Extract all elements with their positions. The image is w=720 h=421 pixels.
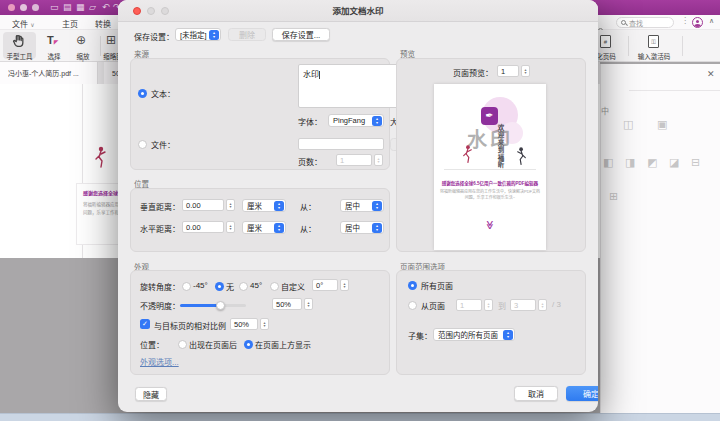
align-icon[interactable]: ◨ [625,156,635,169]
more-options-icon[interactable]: ⋮ [681,16,689,25]
horizontal-distance-label: 水平距离： [140,223,180,234]
new-document-icon[interactable]: ▱ [89,1,96,14]
rotate-custom-label: 自定义 [281,281,305,292]
window-bottom-edge [0,413,720,421]
from-value: 居中 [345,200,360,211]
search-input[interactable]: 查找 [616,17,674,28]
all-pages-radio[interactable] [408,281,417,290]
preview-welcome-title: 感谢您选择全球6.5亿用户一致信赖的PDF编辑器 [437,180,543,186]
tab-1-label: 冯小惠-个人简历.pdf ... [8,68,79,78]
activation-code-label: 输入激活码 [632,51,676,61]
menu-file[interactable]: 文件 ∨ [12,18,35,29]
align-icon[interactable]: ◫ [623,118,633,131]
relative-scale-label: 与目标页的相对比例 [154,320,226,331]
foxit-app-icon: ✒ [481,107,498,125]
page-preview-label: 页面预览： [453,67,493,78]
vertical-from-popup[interactable]: 居中 [340,199,384,212]
search-icon [621,20,626,25]
account-avatar[interactable] [692,17,703,28]
above-page-radio[interactable] [244,340,253,349]
page-preview-stepper[interactable] [521,65,530,77]
total-pages-label: / 3 [552,300,561,309]
rotate-custom-radio[interactable] [270,282,279,291]
popup-caret-icon [209,30,219,40]
page-number-icon[interactable]: # [600,35,611,48]
vertical-unit-popup[interactable]: 厘米 [242,199,286,212]
rotate-neg45-radio[interactable] [182,282,191,291]
from-page-radio[interactable] [408,301,417,310]
vertical-distance-stepper[interactable] [226,199,235,211]
horizontal-distance-stepper[interactable] [226,221,235,233]
opacity-slider-fill [180,304,220,307]
collapse-ribbon-icon[interactable]: ∧ [709,17,714,25]
popup-caret-icon [503,330,513,340]
activation-code-icon[interactable]: ⚿ [648,35,659,48]
preset-popup[interactable]: [未指定] [175,28,221,41]
rotation-label: 旋转角度： [140,281,180,292]
font-popup[interactable]: PingFang [328,114,384,127]
behind-page-radio[interactable] [178,340,187,349]
relative-scale-field[interactable]: 50% [230,318,258,330]
align-icon[interactable]: ◪ [669,156,679,169]
pages-stepper [374,154,383,166]
print-icon[interactable]: ▦ [76,1,85,14]
horizontal-from-label: 从： [300,223,316,234]
position-box [130,188,390,252]
open-icon[interactable]: ▭ [50,1,59,14]
text-cursor [319,71,320,79]
align-icon[interactable]: ⊟ [691,156,700,169]
close-traffic-light[interactable] [8,4,15,11]
file-source-radio[interactable] [138,140,147,149]
font-value: PingFang [333,116,365,125]
rotate-45-radio[interactable] [239,282,248,291]
text-source-radio[interactable] [138,89,147,98]
tab-document-1[interactable]: 冯小惠-个人简历.pdf ... [0,62,98,84]
rotate-custom-field[interactable]: 0° [312,279,338,291]
delete-preset-button: 删除 [228,28,266,41]
rotate-custom-stepper[interactable] [340,279,349,291]
distribute-icon[interactable]: ⊞ [609,190,618,203]
unit-value: 厘米 [247,222,262,233]
align-icon[interactable]: ◩ [647,156,657,169]
opacity-label: 不透明度： [140,300,180,311]
menu-home[interactable]: 主页 [62,18,78,29]
subset-popup[interactable]: 范围内的所有页面 [433,328,515,341]
align-icon[interactable]: ▣ [657,118,667,131]
file-path-input[interactable] [298,138,384,150]
opacity-slider-knob[interactable] [216,301,225,310]
align-icon[interactable]: ◧ [603,156,613,169]
save-settings-button[interactable]: 保存设置... [272,28,330,41]
all-pages-label: 所有页面 [421,280,453,291]
text-source-label: 文本： [151,88,175,99]
horizontal-unit-popup[interactable]: 厘米 [242,221,286,234]
menu-convert[interactable]: 转换 [95,18,111,29]
relative-scale-stepper[interactable] [260,318,269,330]
rotate-none-radio[interactable] [215,282,224,291]
rotate-none-label: 无 [226,281,234,292]
zoom-traffic-light[interactable] [32,4,39,11]
layer-position-label: 位置： [140,339,164,350]
select-tool-icon[interactable]: T◤ [47,34,58,46]
hide-button[interactable]: 隐藏 [135,387,167,401]
undo-icon[interactable]: ↶ [102,1,110,14]
person-illustration [516,146,527,166]
ok-button[interactable]: 确定 [566,386,598,401]
cancel-button[interactable]: 取消 [514,386,558,401]
behind-page-label: 出现在页面后 [189,339,237,350]
close-panel-icon[interactable]: ✕ [707,69,715,79]
opacity-stepper[interactable] [304,298,313,310]
horizontal-distance-field[interactable]: 0.00 [182,221,224,233]
save-icon[interactable]: ▤ [63,1,72,14]
zoom-tool-icon[interactable]: ⊕ [76,33,86,47]
minimize-traffic-light[interactable] [20,4,27,11]
vertical-distance-field[interactable]: 0.00 [182,199,224,211]
page-preview-field[interactable]: 1 [497,65,519,77]
thumbnail-tool-icon[interactable]: ⊞ [106,33,116,47]
appearance-options-link[interactable]: 外观选项... [140,356,179,367]
preset-value: [未指定] [180,29,207,40]
opacity-field[interactable]: 50% [272,298,302,310]
from-value: 居中 [345,222,360,233]
horizontal-from-popup[interactable]: 居中 [340,221,384,234]
relative-scale-checkbox[interactable]: ✓ [140,319,150,329]
font-label: 字体： [298,116,322,127]
